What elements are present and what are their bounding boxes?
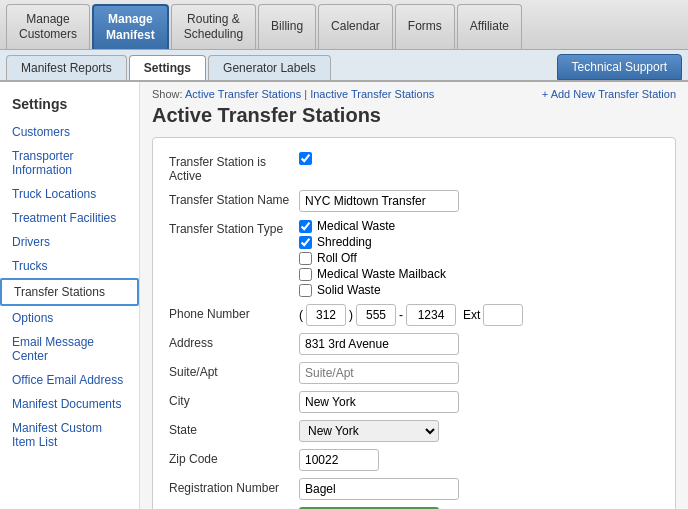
station-type-row: Transfer Station Type Medical Waste Shre… bbox=[169, 219, 659, 297]
suite-label: Suite/Apt bbox=[169, 362, 299, 379]
sidebar-item-custom-items[interactable]: Manifest Custom Item List bbox=[0, 416, 139, 454]
solid-waste-checkbox[interactable] bbox=[299, 284, 312, 297]
shredding-checkbox[interactable] bbox=[299, 236, 312, 249]
sidebar-item-manifest-docs[interactable]: Manifest Documents bbox=[0, 392, 139, 416]
sidebar: Settings Customers Transporter Informati… bbox=[0, 82, 140, 509]
phone-close-paren: ) bbox=[349, 308, 353, 322]
city-input[interactable] bbox=[299, 391, 459, 413]
address-label: Address bbox=[169, 333, 299, 350]
shredding-label: Shredding bbox=[317, 235, 372, 249]
nav-manage-customers[interactable]: ManageCustomers bbox=[6, 4, 90, 49]
medical-waste-label: Medical Waste bbox=[317, 219, 395, 233]
station-name-input[interactable] bbox=[299, 190, 459, 212]
show-label: Show: bbox=[152, 88, 183, 100]
station-name-label: Transfer Station Name bbox=[169, 190, 299, 207]
add-station-link[interactable]: + Add New Transfer Station bbox=[542, 88, 676, 100]
type-medical-waste: Medical Waste bbox=[299, 219, 659, 233]
mailback-label: Medical Waste Mailback bbox=[317, 267, 446, 281]
zip-input[interactable] bbox=[299, 449, 379, 471]
solid-waste-label: Solid Waste bbox=[317, 283, 381, 297]
phone-area[interactable] bbox=[306, 304, 346, 326]
phone-ext-input[interactable] bbox=[483, 304, 523, 326]
type-checkboxes: Medical Waste Shredding Roll Off Me bbox=[299, 219, 659, 297]
station-name-row: Transfer Station Name bbox=[169, 190, 659, 212]
sidebar-item-transfer-stations[interactable]: Transfer Stations bbox=[0, 278, 139, 306]
active-stations-link[interactable]: Active Transfer Stations bbox=[185, 88, 301, 100]
tab-settings[interactable]: Settings bbox=[129, 55, 206, 80]
nav-forms[interactable]: Forms bbox=[395, 4, 455, 49]
zip-label: Zip Code bbox=[169, 449, 299, 466]
type-solid-waste: Solid Waste bbox=[299, 283, 659, 297]
phone-row: Phone Number ( ) - Ext bbox=[169, 304, 659, 326]
second-nav: Manifest Reports Settings Generator Labe… bbox=[0, 50, 688, 82]
phone-inputs: ( ) - Ext bbox=[299, 304, 659, 326]
sidebar-item-drivers[interactable]: Drivers bbox=[0, 230, 139, 254]
station-type-label: Transfer Station Type bbox=[169, 219, 299, 236]
roll-off-label: Roll Off bbox=[317, 251, 357, 265]
state-row: State New York New Jersey Connecticut Ca… bbox=[169, 420, 659, 442]
nav-billing[interactable]: Billing bbox=[258, 4, 316, 49]
city-label: City bbox=[169, 391, 299, 408]
sidebar-item-trucks[interactable]: Trucks bbox=[0, 254, 139, 278]
reg-label: Registration Number bbox=[169, 478, 299, 495]
sidebar-item-customers[interactable]: Customers bbox=[0, 120, 139, 144]
medical-waste-checkbox[interactable] bbox=[299, 220, 312, 233]
mailback-checkbox[interactable] bbox=[299, 268, 312, 281]
phone-open-paren: ( bbox=[299, 308, 303, 322]
city-row: City bbox=[169, 391, 659, 413]
type-shredding: Shredding bbox=[299, 235, 659, 249]
top-nav: ManageCustomers ManageManifest Routing &… bbox=[0, 0, 688, 50]
tab-generator-labels[interactable]: Generator Labels bbox=[208, 55, 331, 80]
sidebar-item-email-center[interactable]: Email Message Center bbox=[0, 330, 139, 368]
type-mailback: Medical Waste Mailback bbox=[299, 267, 659, 281]
nav-affiliate[interactable]: Affiliate bbox=[457, 4, 522, 49]
sidebar-item-options[interactable]: Options bbox=[0, 306, 139, 330]
sidebar-title: Settings bbox=[0, 92, 139, 120]
phone-line[interactable] bbox=[406, 304, 456, 326]
reg-input[interactable] bbox=[299, 478, 459, 500]
phone-dash: - bbox=[399, 308, 403, 322]
sidebar-item-truck-locations[interactable]: Truck Locations bbox=[0, 182, 139, 206]
main-layout: Settings Customers Transporter Informati… bbox=[0, 82, 688, 509]
page-title: Active Transfer Stations bbox=[152, 104, 676, 127]
phone-prefix[interactable] bbox=[356, 304, 396, 326]
inactive-stations-link[interactable]: Inactive Transfer Stations bbox=[310, 88, 434, 100]
nav-calendar[interactable]: Calendar bbox=[318, 4, 393, 49]
state-select[interactable]: New York New Jersey Connecticut Californ… bbox=[299, 420, 439, 442]
sidebar-item-treatment[interactable]: Treatment Facilities bbox=[0, 206, 139, 230]
sidebar-item-transporter[interactable]: Transporter Information bbox=[0, 144, 139, 182]
is-active-row: Transfer Station is Active bbox=[169, 152, 659, 183]
is-active-label: Transfer Station is Active bbox=[169, 152, 299, 183]
nav-routing-scheduling[interactable]: Routing &Scheduling bbox=[171, 4, 256, 49]
tech-support-button[interactable]: Technical Support bbox=[557, 54, 682, 80]
form-card: Transfer Station is Active Transfer Stat… bbox=[152, 137, 676, 509]
ext-label: Ext bbox=[463, 308, 480, 322]
type-roll-off: Roll Off bbox=[299, 251, 659, 265]
roll-off-checkbox[interactable] bbox=[299, 252, 312, 265]
suite-input[interactable] bbox=[299, 362, 459, 384]
show-bar: Show: Active Transfer Stations | Inactiv… bbox=[152, 88, 676, 100]
sidebar-item-office-email[interactable]: Office Email Address bbox=[0, 368, 139, 392]
address-input[interactable] bbox=[299, 333, 459, 355]
is-active-checkbox[interactable] bbox=[299, 152, 312, 165]
zip-row: Zip Code bbox=[169, 449, 659, 471]
tab-manifest-reports[interactable]: Manifest Reports bbox=[6, 55, 127, 80]
suite-row: Suite/Apt bbox=[169, 362, 659, 384]
phone-label: Phone Number bbox=[169, 304, 299, 321]
reg-row: Registration Number bbox=[169, 478, 659, 500]
content-area: Show: Active Transfer Stations | Inactiv… bbox=[140, 82, 688, 509]
state-label: State bbox=[169, 420, 299, 437]
nav-manage-manifest[interactable]: ManageManifest bbox=[92, 4, 169, 49]
address-row: Address bbox=[169, 333, 659, 355]
